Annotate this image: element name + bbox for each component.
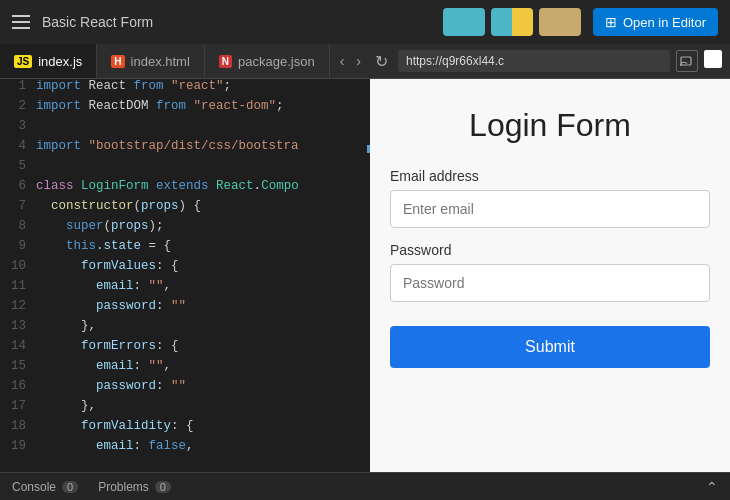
tab-package-json[interactable]: N package.json [205, 44, 330, 78]
console-item[interactable]: Console 0 [12, 480, 78, 494]
url-bar[interactable] [398, 50, 670, 72]
tab-index-js[interactable]: JS index.js [0, 44, 97, 78]
tab-label-index-html: index.html [131, 54, 190, 69]
open-editor-button[interactable]: ⊞ Open in Editor [593, 8, 718, 36]
console-label: Console [12, 480, 56, 494]
code-line-19: 19 email: false, [0, 439, 370, 459]
code-line-10: 10 formValues: { [0, 259, 370, 279]
code-line-14: 14 formErrors: { [0, 339, 370, 359]
new-tab-icon[interactable] [704, 50, 722, 68]
submit-button[interactable]: Submit [390, 326, 710, 368]
color-swatches [443, 8, 581, 36]
code-line-5: 5 [0, 159, 370, 179]
tab-prev-button[interactable]: ‹ [336, 51, 349, 71]
problems-badge: 0 [155, 481, 171, 493]
email-label: Email address [390, 168, 710, 184]
editor-icon: ⊞ [605, 14, 617, 30]
code-line-15: 15 email: "", [0, 359, 370, 379]
browser-icons [676, 50, 730, 72]
code-line-13: 13 }, [0, 319, 370, 339]
tab-bar: JS index.js H index.html N package.json … [0, 44, 730, 79]
app-title: Basic React Form [42, 14, 431, 30]
code-line-7: 7 constructor(props) { [0, 199, 370, 219]
code-line-16: 16 password: "" [0, 379, 370, 399]
code-line-4: 4 import "bootstrap/dist/css/bootstra [0, 139, 370, 159]
code-line-11: 11 email: "", [0, 279, 370, 299]
browser-preview: Login Form Email address Password Submit [370, 79, 730, 472]
bottom-bar: Console 0 Problems 0 ⌃ [0, 472, 730, 500]
swatch-tan[interactable] [539, 8, 581, 36]
svg-rect-0 [681, 57, 691, 65]
js-icon: JS [14, 55, 32, 68]
code-editor: 1 import React from "react"; 2 import Re… [0, 79, 370, 472]
swatch-teal[interactable] [443, 8, 485, 36]
refresh-button[interactable]: ↻ [371, 50, 392, 73]
menu-button[interactable] [12, 15, 30, 29]
html-icon: H [111, 55, 124, 68]
email-input[interactable] [390, 190, 710, 228]
password-label: Password [390, 242, 710, 258]
console-badge: 0 [62, 481, 78, 493]
swatch-split[interactable] [491, 8, 533, 36]
problems-label: Problems [98, 480, 149, 494]
tab-label-package-json: package.json [238, 54, 315, 69]
email-form-group: Email address [390, 168, 710, 228]
code-line-12: 12 password: "" [0, 299, 370, 319]
top-bar: Basic React Form ⊞ Open in Editor [0, 0, 730, 44]
svg-point-1 [680, 64, 682, 66]
tab-index-html[interactable]: H index.html [97, 44, 204, 78]
password-input[interactable] [390, 264, 710, 302]
code-line-8: 8 super(props); [0, 219, 370, 239]
tab-label-index-js: index.js [38, 54, 82, 69]
tab-nav: ‹ › [330, 51, 371, 71]
main-content: 1 import React from "react"; 2 import Re… [0, 79, 730, 472]
code-line-9: 9 this.state = { [0, 239, 370, 259]
code-line-1: 1 import React from "react"; [0, 79, 370, 99]
code-line-2: 2 import ReactDOM from "react-dom"; [0, 99, 370, 119]
problems-item[interactable]: Problems 0 [98, 480, 171, 494]
code-line-3: 3 [0, 119, 370, 139]
chevron-up-icon[interactable]: ⌃ [706, 479, 718, 495]
code-line-18: 18 formValidity: { [0, 419, 370, 439]
password-form-group: Password [390, 242, 710, 302]
login-form-title: Login Form [469, 107, 631, 144]
code-line-6: 6 class LoginForm extends React.Compo [0, 179, 370, 199]
cast-icon[interactable] [676, 50, 698, 72]
tab-next-button[interactable]: › [352, 51, 365, 71]
code-line-17: 17 }, [0, 399, 370, 419]
pkg-icon: N [219, 55, 232, 68]
